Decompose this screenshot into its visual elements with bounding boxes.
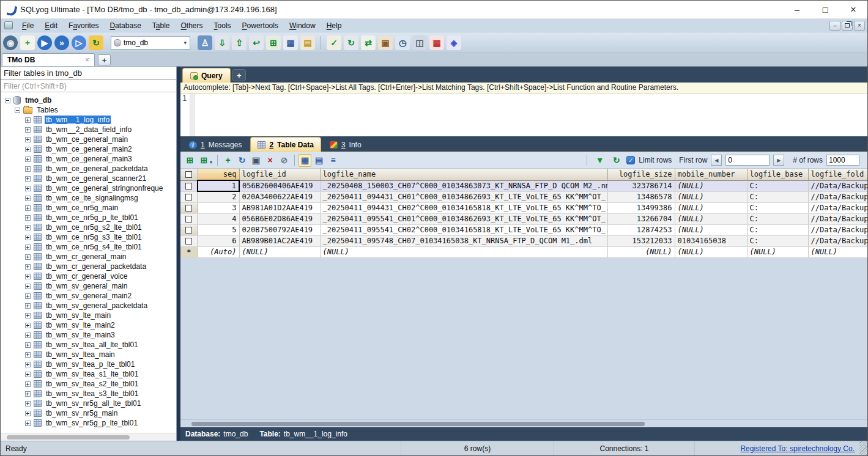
tree-table-tb_wm_ce_general_stringnonfreque[interactable]: tb_wm_ce_general_stringnonfreque <box>1 183 176 193</box>
menu-help[interactable]: Help <box>321 20 347 31</box>
row-select-cell[interactable] <box>180 180 198 191</box>
expand-icon[interactable] <box>25 362 31 367</box>
tree-table-tb_wm_sv_lte_main2[interactable]: tb_wm_sv_lte_main2 <box>1 320 176 330</box>
tree-table-tb_wm__1_log_info[interactable]: tb_wm__1_log_info <box>1 115 176 125</box>
grid-cell[interactable]: 12874253 <box>607 224 675 235</box>
grid-cell[interactable]: //Data/Backup <box>808 224 868 235</box>
grid-horizontal-scrollbar[interactable] <box>180 419 867 427</box>
expand-icon[interactable] <box>25 147 31 152</box>
grid-cell[interactable]: (NULL) <box>607 246 675 257</box>
grid-cell[interactable]: (NULL) <box>675 213 747 224</box>
tree-table-tb_wm_ce_general_main2[interactable]: tb_wm_ce_general_main2 <box>1 144 176 154</box>
query-tab[interactable]: Query <box>182 68 231 83</box>
grid-cell[interactable]: (NULL) <box>675 246 747 257</box>
open-connection-icon[interactable]: ◉ <box>3 35 18 50</box>
column-header-seq[interactable]: seq <box>198 169 239 180</box>
column-header-logfile_fold[interactable]: logfile_fold <box>808 169 868 180</box>
expand-icon[interactable] <box>25 254 31 260</box>
expand-icon[interactable] <box>25 205 31 211</box>
column-header-logfile_id[interactable]: logfile_id <box>239 169 320 180</box>
expand-icon[interactable] <box>25 196 31 201</box>
expand-icon[interactable] <box>25 264 31 270</box>
grid-cell[interactable]: //Data/Backup <box>808 180 868 191</box>
first-row-decrement-button[interactable]: ◀ <box>711 155 722 166</box>
menu-others[interactable]: Others <box>176 20 209 31</box>
expand-icon[interactable] <box>25 372 31 377</box>
database-select-dropdown[interactable]: tmo_db ▾ <box>111 36 190 50</box>
format-query-icon[interactable]: ✓ <box>327 35 341 50</box>
tree-table-tb_wm_sv_ltea_p_lte_tbl01[interactable]: tb_wm_sv_ltea_p_lte_tbl01 <box>1 359 176 369</box>
row-select-cell[interactable] <box>180 224 198 235</box>
restore-database-icon[interactable]: ⇧ <box>232 35 247 50</box>
close-connection-icon[interactable]: × <box>85 56 89 64</box>
first-row-increment-button[interactable]: ▶ <box>773 155 784 166</box>
expand-icon[interactable] <box>25 117 31 123</box>
row-select-cell[interactable] <box>180 202 198 213</box>
grid-cell[interactable]: 13486578 <box>607 191 675 202</box>
grid-cell[interactable]: _20250411_095541_CH02^C000_01034165818_K… <box>320 224 607 235</box>
grid-view-icon[interactable]: ▦ <box>299 154 311 167</box>
grid-cell[interactable]: AB989B01AC2AE419 <box>239 235 320 246</box>
expand-icon[interactable] <box>25 235 31 240</box>
expand-icon[interactable] <box>25 127 31 133</box>
grid-cell[interactable]: //Data/Backup <box>808 202 868 213</box>
sql-editor-text-area[interactable] <box>195 94 867 136</box>
tree-table-tb_wm_ce_general_packetdata[interactable]: tb_wm_ce_general_packetdata <box>1 164 176 174</box>
expand-icon[interactable] <box>25 225 31 230</box>
row-checkbox[interactable] <box>185 227 192 234</box>
expand-icon[interactable] <box>25 166 31 172</box>
grid-cell[interactable]: //Data/Backup <box>808 235 868 246</box>
tree-table-tb_wm_sv_ltea_s2_lte_tbl01[interactable]: tb_wm_sv_ltea_s2_lte_tbl01 <box>1 379 176 389</box>
scrollbar-thumb[interactable] <box>191 422 645 426</box>
expand-icon[interactable] <box>25 313 31 318</box>
scrollbar-thumb[interactable] <box>7 435 130 439</box>
text-view-icon[interactable]: ≡ <box>327 154 339 167</box>
expand-icon[interactable] <box>25 293 31 299</box>
column-header-mobile_number[interactable]: mobile_number <box>675 169 747 180</box>
filter-icon[interactable]: ▼ <box>593 154 606 167</box>
tree-table-tb_wm_sv_general_main2[interactable]: tb_wm_sv_general_main2 <box>1 291 176 301</box>
expand-icon[interactable] <box>25 156 31 162</box>
grid-cell[interactable]: AB981A01D2AAE419 <box>239 202 320 213</box>
schema-sync-icon[interactable]: ▦ <box>429 35 444 50</box>
tree-table-tb_wm_sv_nr5g_main[interactable]: tb_wm_sv_nr5g_main <box>1 408 176 418</box>
execute-current-query-icon[interactable]: ▷ <box>72 35 86 50</box>
row-checkbox[interactable] <box>185 216 192 222</box>
expand-icon[interactable] <box>25 186 31 191</box>
grid-cell[interactable]: C: <box>747 235 808 246</box>
tree-table-tb_wm_sv_general_packetdata[interactable]: tb_wm_sv_general_packetdata <box>1 301 176 311</box>
new-row-marker[interactable]: * <box>180 246 198 257</box>
grid-cell[interactable]: 4 <box>198 213 239 224</box>
grid-cell[interactable]: C: <box>747 191 808 202</box>
dropdown-arrow-icon[interactable]: ▾ <box>210 160 212 165</box>
row-select-cell[interactable] <box>180 235 198 246</box>
grid-cell[interactable]: C: <box>747 202 808 213</box>
new-query-tab-button[interactable]: + <box>232 69 246 81</box>
cancel-changes-icon[interactable]: ⊘ <box>278 154 291 167</box>
grid-cell[interactable]: C: <box>747 180 808 191</box>
tree-table-tb_wm_cr_general_packetdata[interactable]: tb_wm_cr_general_packetdata <box>1 262 176 271</box>
new-connection-tab-button[interactable]: + <box>98 54 111 65</box>
grid-cell[interactable]: 153212033 <box>607 235 675 246</box>
grid-cell[interactable]: 13266704 <box>607 213 675 224</box>
mdi-restore-button[interactable] <box>842 21 853 31</box>
grid-cell[interactable]: (NULL) <box>239 246 320 257</box>
form-view-icon[interactable]: ▤ <box>313 154 325 167</box>
grid-cell[interactable]: (NULL) <box>675 202 747 213</box>
grid-cell[interactable]: 5 <box>198 224 239 235</box>
scheduled-backup-icon[interactable]: ◷ <box>395 35 410 50</box>
grid-cell[interactable]: 6 <box>198 235 239 246</box>
tree-table-tb_wm_ce_nr5g_p_lte_tbl01[interactable]: tb_wm_ce_nr5g_p_lte_tbl01 <box>1 213 176 222</box>
tree-table-tb_wm__2_data_field_info[interactable]: tb_wm__2_data_field_info <box>1 125 176 134</box>
refresh-data-icon[interactable]: ↻ <box>236 154 248 167</box>
refresh-object-browser-icon[interactable]: ↻ <box>89 35 103 50</box>
grid-cell[interactable]: (NULL) <box>808 246 868 257</box>
copy-database-to-host-icon[interactable]: ▣ <box>378 35 393 50</box>
column-header-logfile_size[interactable]: logfile_size <box>607 169 675 180</box>
connection-tab-tmo-db[interactable]: TMo DB × <box>2 53 95 66</box>
export-table-data-icon[interactable]: ⊞ <box>266 35 281 50</box>
menu-powertools[interactable]: Powertools <box>237 20 284 31</box>
menu-tools[interactable]: Tools <box>209 20 237 31</box>
row-select-cell[interactable] <box>180 213 198 224</box>
tree-table-tb_wm_sv_ltea_s3_lte_tbl01[interactable]: tb_wm_sv_ltea_s3_lte_tbl01 <box>1 389 176 399</box>
